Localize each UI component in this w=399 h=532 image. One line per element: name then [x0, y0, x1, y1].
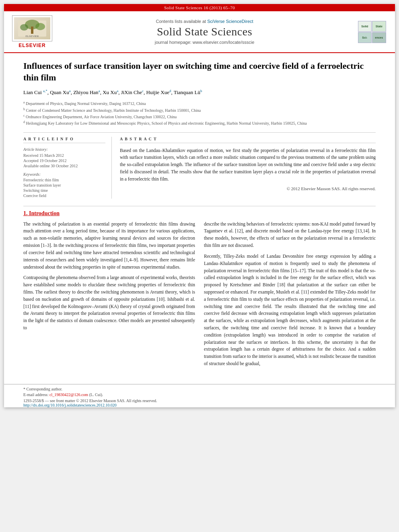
- svg-point-4: [35, 23, 45, 30]
- affiliations: a Department of Physics, Daqing Normal U…: [23, 100, 376, 126]
- doi-line: http://dx.doi.org/10.1016/j.solidstatesc…: [23, 403, 376, 407]
- svg-text:ELSEVIER: ELSEVIER: [25, 35, 39, 38]
- copyright: © 2012 Elsevier Masson SAS. All rights r…: [120, 186, 376, 191]
- affiliation-c: c Ordnance Engineering Department, Air F…: [23, 113, 376, 120]
- keyword-3: Switching time: [23, 188, 105, 193]
- page: Solid State Sciences 16 (2013) 65–70 ELS…: [4, 4, 395, 407]
- author-email[interactable]: cl_19830422@126.com: [49, 392, 88, 397]
- abstract-col: A B S T R A C T Based on the Landau–Khal…: [120, 137, 376, 199]
- received-date: Received 15 March 2012: [23, 153, 105, 158]
- journal-logo-squares: Solid State Sci- ences: [358, 21, 386, 43]
- affiliation-a: a Department of Physics, Daqing Normal U…: [23, 100, 376, 107]
- journal-citation: Solid State Sciences 16 (2013) 65–70: [164, 5, 235, 10]
- doi-link[interactable]: http://dx.doi.org/10.1016/j.solidstatesc…: [23, 403, 117, 407]
- keyword-4: Coercive field: [23, 193, 105, 198]
- keyword-1: Ferroelectric thin film: [23, 178, 105, 182]
- intro-col-right: describe the switching behaviors of ferr…: [204, 221, 376, 371]
- section-name: Introduction: [29, 210, 60, 216]
- logo-sq-4: ences: [372, 32, 386, 43]
- journal-logo-right: Solid State Sci- ences: [355, 21, 389, 43]
- logo-sq-1: Solid: [358, 21, 372, 32]
- divider: [23, 132, 376, 133]
- sciverse-link[interactable]: SciVerse ScienceDirect: [207, 19, 253, 24]
- introduction-title: 1. Introduction: [23, 210, 376, 217]
- intro-para-2: Contraposing the phenomena observed from…: [23, 274, 195, 332]
- intro-para-1: The switching of polarization is an esse…: [23, 221, 195, 271]
- logo-sq-2: State: [372, 21, 386, 32]
- elsevier-logo: ELSEVIER ELSEVIER: [10, 15, 54, 48]
- article-info-label: A R T I C L E I N F O: [23, 137, 105, 143]
- journal-homepage: journal homepage: www.elsevier.com/locat…: [58, 40, 351, 45]
- divider-2: [23, 206, 376, 206]
- abstract-text: Based on the Landau–Khalatnikov equation…: [120, 147, 376, 183]
- intro-para-3: describe the switching behaviors of ferr…: [204, 221, 376, 249]
- available-date: Available online 30 October 2012: [23, 164, 105, 168]
- journal-name: Solid State Sciences: [58, 25, 351, 38]
- logo-sq-3: Sci-: [358, 32, 372, 43]
- journal-citation-bar: Solid State Sciences 16 (2013) 65–70: [4, 4, 395, 11]
- article-info-col: A R T I C L E I N F O Article history: R…: [23, 137, 112, 199]
- article-title: Influences of surface transition layer o…: [23, 60, 376, 83]
- journal-header: ELSEVIER ELSEVIER Contents lists availab…: [4, 11, 395, 53]
- issn-line: 1293-2558/$ — see front matter © 2012 El…: [23, 398, 376, 403]
- corresponding-note: * Corresponding author.: [23, 387, 376, 391]
- email-note: E-mail address: cl_19830422@126.com (L. …: [23, 392, 376, 397]
- accepted-date: Accepted 19 October 2012: [23, 158, 105, 163]
- authors-line: Lian Cui a,*, Quan Xua, Zhiyou Hana, Xu …: [23, 88, 376, 97]
- history-label: Article history:: [23, 147, 105, 152]
- keywords-label: Keywords:: [23, 172, 105, 177]
- introduction-body: The switching of polarization is an esse…: [23, 221, 376, 371]
- footnote-area: * Corresponding author. E-mail address: …: [4, 384, 395, 407]
- svg-point-3: [20, 24, 28, 31]
- keyword-2: Surface transition layer: [23, 183, 105, 187]
- svg-rect-2: [31, 27, 33, 34]
- elsevier-brand-text: ELSEVIER: [19, 43, 45, 48]
- elsevier-tree-logo: ELSEVIER: [14, 17, 50, 39]
- affiliation-b: b Center of Condensed Matter Science and…: [23, 107, 376, 113]
- sciverse-info: Contents lists available at SciVerse Sci…: [58, 19, 351, 24]
- section-number: 1.: [23, 210, 28, 216]
- journal-center: Contents lists available at SciVerse Sci…: [54, 19, 355, 45]
- intro-para-4: Recently, Tilley-Zeks model of Landau De…: [204, 253, 376, 368]
- intro-col-left: The switching of polarization is an esse…: [23, 221, 195, 371]
- abstract-label: A B S T R A C T: [120, 137, 376, 143]
- article-info-abstract: A R T I C L E I N F O Article history: R…: [23, 137, 376, 199]
- affiliation-d: d Heilongjiang Key Laboratory for Low Di…: [23, 120, 376, 126]
- main-content: Influences of surface transition layer o…: [4, 53, 395, 379]
